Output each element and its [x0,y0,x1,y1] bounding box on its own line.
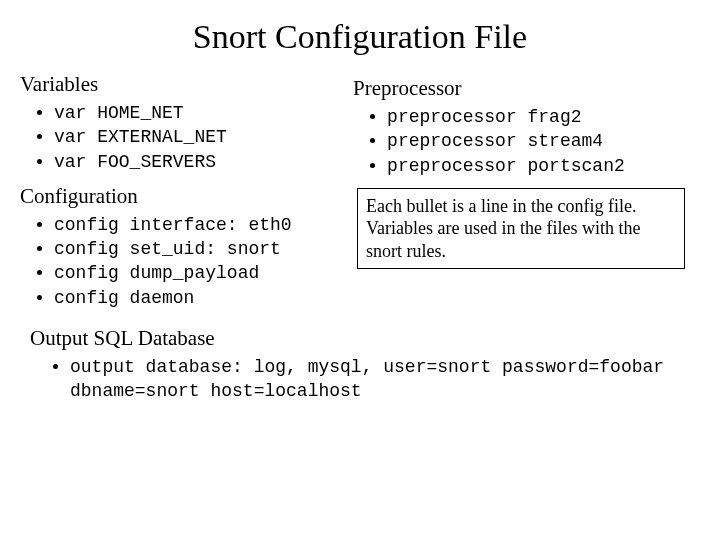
configuration-heading: Configuration [20,184,347,209]
variables-heading: Variables [20,72,347,97]
configuration-list: config interface: eth0 config set_uid: s… [20,213,347,310]
list-item: config interface: eth0 [54,213,347,237]
list-item: output database: log, mysql, user=snort … [70,355,700,404]
two-column-layout: Variables var HOME_NET var EXTERNAL_NET … [20,70,700,320]
left-column: Variables var HOME_NET var EXTERNAL_NET … [20,70,347,320]
variables-list: var HOME_NET var EXTERNAL_NET var FOO_SE… [20,101,347,174]
right-column: Preprocessor preprocessor frag2 preproce… [347,70,700,320]
list-item: var FOO_SERVERS [54,150,347,174]
output-heading: Output SQL Database [30,326,700,351]
list-item: preprocessor stream4 [387,129,700,153]
slide: Snort Configuration File Variables var H… [0,0,720,540]
list-item: preprocessor portscan2 [387,154,700,178]
list-item: config set_uid: snort [54,237,347,261]
output-section: Output SQL Database output database: log… [20,326,700,404]
preprocessor-list: preprocessor frag2 preprocessor stream4 … [353,105,700,178]
list-item: preprocessor frag2 [387,105,700,129]
list-item: config dump_payload [54,261,347,285]
list-item: config daemon [54,286,347,310]
list-item: var HOME_NET [54,101,347,125]
output-list: output database: log, mysql, user=snort … [30,355,700,404]
note-box: Each bullet is a line in the config file… [357,188,685,270]
page-title: Snort Configuration File [20,18,700,56]
preprocessor-heading: Preprocessor [353,76,700,101]
list-item: var EXTERNAL_NET [54,125,347,149]
